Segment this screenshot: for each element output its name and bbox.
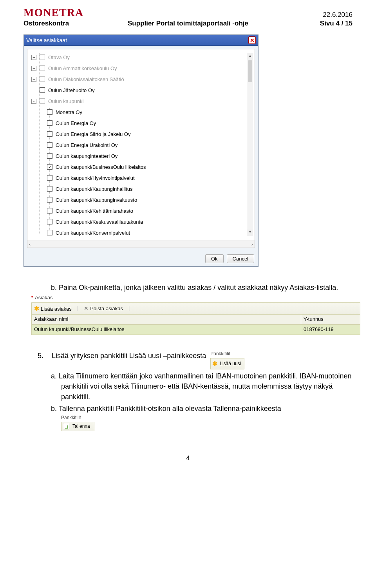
- tree-node-label: Oulun Energia Siirto ja Jakelu Oy: [56, 131, 130, 137]
- dialog-title-text: Valitse asiakkaat: [26, 37, 67, 43]
- pankkitilit-label: Pankkitilit: [210, 351, 244, 357]
- checkbox[interactable]: [47, 230, 52, 235]
- close-icon[interactable]: ✕: [248, 36, 256, 44]
- checkbox[interactable]: [40, 54, 45, 60]
- step5-number: 5.: [38, 351, 48, 361]
- tree-node[interactable]: Oulun kaupunki/Keskusvaalilautakunta: [27, 216, 255, 227]
- tree-node-label: Oulun kaupunki/Konsernipalvelut: [56, 230, 130, 236]
- tree-node[interactable]: Oulun kaupunki/Kaupunginvaltuusto: [27, 194, 255, 205]
- horizontal-scrollbar[interactable]: ‹›: [27, 241, 255, 248]
- expand-icon[interactable]: +: [31, 66, 36, 71]
- vertical-scrollbar[interactable]: ▴ ▾: [247, 53, 253, 236]
- lisaa-uusi-link[interactable]: ✱ Lisää uusi: [210, 358, 244, 369]
- tree-node[interactable]: Oulun Energia Siirto ja Jakelu Oy: [27, 128, 255, 139]
- add-customer-link[interactable]: ✱Lisää asiakas: [34, 304, 72, 313]
- checkbox[interactable]: [47, 219, 52, 224]
- tree-node-label: Oulun kaupunki/Kehittämisrahasto: [56, 208, 133, 214]
- pankkitilit-label-2: Pankkitilit: [61, 414, 352, 421]
- document-date: 22.6.2016: [323, 11, 352, 19]
- checkbox[interactable]: [47, 120, 52, 126]
- column-ytunnus: Y-tunnus: [301, 315, 360, 324]
- tree-node-label: Oulun Diakonissalaitoksen Säätiö: [48, 76, 124, 82]
- tree-node-label: Oulun kaupunki: [48, 98, 83, 104]
- tallenna-snippet: Pankkitilit Tallenna: [61, 414, 352, 431]
- checkbox[interactable]: [40, 65, 45, 71]
- step5b-text: b. Tallenna pankkitili Pankkitilit-otsik…: [51, 403, 352, 414]
- tree-node-label: Oulun kaupunki/BusinessOulu liikelaitos: [56, 164, 146, 170]
- page-number: 4: [24, 455, 352, 462]
- customer-row[interactable]: Oulun kaupunki/BusinessOulu liikelaitos …: [31, 325, 360, 335]
- expand-icon[interactable]: +: [31, 77, 36, 82]
- checkbox[interactable]: [47, 175, 52, 181]
- asiakas-label: Asiakas: [35, 295, 53, 300]
- checkbox[interactable]: [47, 153, 52, 159]
- checkbox[interactable]: [47, 131, 52, 137]
- page-indicator: Sivu 4 / 15: [270, 20, 352, 27]
- document-title: Supplier Portal toimittajaportaali -ohje: [106, 20, 270, 27]
- checkbox[interactable]: [47, 208, 52, 213]
- tree-node[interactable]: Oulun Energia Oy: [27, 118, 255, 128]
- tree-node-label: Oulun Ammattikorkeakoulu Oy: [48, 65, 117, 71]
- brand-logo: MONETRA: [24, 6, 83, 19]
- tree-node-label: Oulun kaupunginteatteri Oy: [56, 153, 118, 159]
- tree-node-label: Oulun kaupunki/Hyvinvointipalvelut: [56, 175, 135, 181]
- pankkitilit-snippet: Pankkitilit ✱ Lisää uusi: [210, 351, 244, 370]
- expand-icon[interactable]: +: [31, 55, 36, 60]
- tallenna-button[interactable]: Tallenna: [61, 422, 94, 431]
- step5a-text: a. Laita Tilinumero kenttään joko vanhan…: [51, 371, 352, 402]
- tree-node[interactable]: Oulun kaupunki/BusinessOulu liikelaitos: [27, 161, 255, 172]
- collapse-icon[interactable]: -: [31, 99, 36, 104]
- tree-node[interactable]: Oulun kaupunginteatteri Oy: [27, 150, 255, 161]
- checkbox[interactable]: [40, 76, 45, 82]
- tree-node-label: Otava Oy: [48, 54, 70, 60]
- checkbox[interactable]: [40, 98, 45, 104]
- tree-node[interactable]: Monetra Oy: [27, 107, 255, 118]
- customer-row-name: Oulun kaupunki/BusinessOulu liikelaitos: [32, 325, 301, 335]
- dialog-valitse-asiakkaat: Valitse asiakkaat ✕ +Otava Oy+Oulun Amma…: [24, 34, 258, 267]
- asiakas-snippet: *Asiakas ✱Lisää asiakas | ✕Poista asiaka…: [31, 294, 360, 335]
- step5-text: Lisää yrityksen pankkitili Lisää uusi –p…: [52, 352, 206, 360]
- tree-node[interactable]: Oulun kaupunki/Kehittämisrahasto: [27, 205, 255, 216]
- checkbox[interactable]: [47, 186, 52, 192]
- step-b-text: b. Paina Ok-painiketta, jonka jälkeen va…: [51, 282, 352, 293]
- tree-node[interactable]: +Oulun Diakonissalaitoksen Säätiö: [27, 74, 255, 85]
- section-name: Ostoreskontra: [24, 20, 106, 27]
- tree-node[interactable]: Oulun Energia Urakointi Oy: [27, 139, 255, 150]
- save-icon: [64, 424, 69, 429]
- tree-node[interactable]: +Oulun Ammattikorkeakoulu Oy: [27, 63, 255, 74]
- tree-node-label: Oulun kaupunki/Kaupunginvaltuusto: [56, 197, 137, 203]
- tree-node[interactable]: Oulun Jätehuolto Oy: [27, 85, 255, 96]
- tree-node-label: Oulun kaupunki/Keskusvaalilautakunta: [56, 219, 143, 225]
- customer-row-ytunnus: 0187690-119: [301, 325, 360, 335]
- checkbox[interactable]: [40, 87, 45, 93]
- tree-node-label: Monetra Oy: [56, 109, 82, 115]
- tree-node[interactable]: +Otava Oy: [27, 52, 255, 63]
- remove-customer-link[interactable]: ✕Poista asiakas: [84, 304, 123, 313]
- tree-node[interactable]: Oulun kaupunki/Konsernipalvelut: [27, 227, 255, 238]
- customer-tree[interactable]: +Otava Oy+Oulun Ammattikorkeakoulu Oy+Ou…: [27, 49, 255, 241]
- tree-node[interactable]: Oulun kaupunki/Hyvinvointipalvelut: [27, 172, 255, 183]
- tree-node-label: Oulun Energia Oy: [56, 120, 96, 126]
- tree-node-label: Oulun Energia Urakointi Oy: [56, 142, 118, 148]
- tree-node[interactable]: Oulun kaupunki/Kaupunginhallitus: [27, 183, 255, 194]
- checkbox[interactable]: [47, 197, 52, 203]
- checkbox[interactable]: [47, 109, 52, 115]
- ok-button[interactable]: Ok: [205, 254, 224, 263]
- tree-node-label: Oulun Jätehuolto Oy: [48, 87, 95, 93]
- checkbox[interactable]: [47, 164, 52, 170]
- tree-node[interactable]: -Oulun kaupunki: [27, 96, 255, 107]
- tree-node-label: Oulun kaupunki/Kaupunginhallitus: [56, 186, 133, 192]
- column-asiakkaan-nimi: Asiakkaan nimi: [32, 315, 301, 324]
- checkbox[interactable]: [47, 142, 52, 148]
- cancel-button[interactable]: Cancel: [227, 254, 254, 263]
